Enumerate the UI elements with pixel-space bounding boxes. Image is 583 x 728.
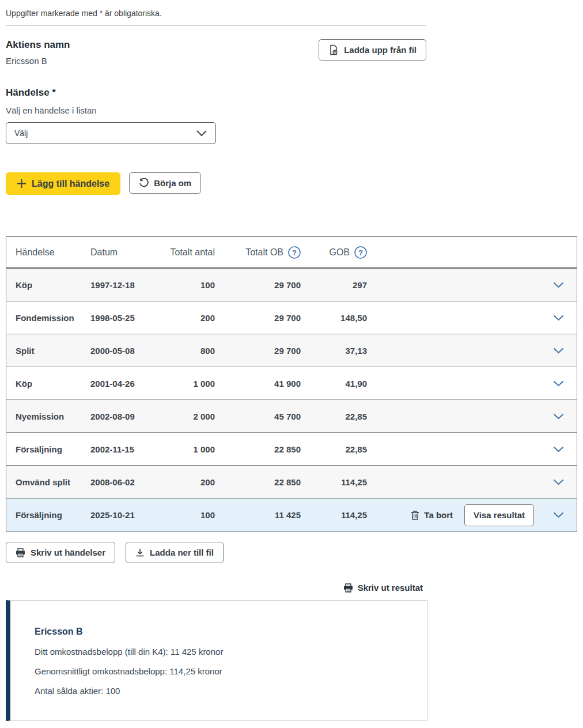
cell-gob: 37,13 (301, 346, 367, 356)
chevron-down-icon (196, 130, 207, 137)
cell-event: Försäljning (16, 444, 90, 454)
expand-row-button[interactable] (551, 280, 566, 291)
cell-total: 800 (148, 346, 215, 356)
table-row[interactable]: Försäljning 2025-10-21 100 11 425 114,25… (6, 499, 577, 531)
cell-date: 2002-11-15 (90, 444, 148, 454)
expand-row-button[interactable] (551, 444, 566, 455)
cell-event: Split (16, 346, 90, 356)
table-row[interactable]: Försäljning 2002-11-15 1 000 22 850 22,8… (6, 433, 577, 466)
cell-event: Köp (16, 280, 90, 290)
show-result-button[interactable]: Visa resultat (464, 504, 534, 526)
svg-text:?: ? (358, 248, 363, 257)
result-print-row: Skriv ut resultat (6, 583, 427, 593)
cell-total-ob: 11 425 (215, 510, 301, 520)
chevron-down-icon (553, 315, 564, 321)
table-row[interactable]: Köp 2001-04-26 1 000 41 900 41,90 (6, 367, 577, 400)
header-gob: GOB ? (301, 246, 367, 259)
table-row[interactable]: Fondemission 1998-05-25 200 29 700 148,5… (6, 301, 577, 334)
delete-row-button[interactable]: Ta bort (411, 510, 453, 520)
chevron-down-icon (553, 512, 564, 518)
header-total: Totalt antal (148, 247, 215, 258)
cell-total-ob: 29 700 (215, 280, 301, 290)
expand-row-button[interactable] (551, 378, 566, 389)
print-result-label: Skriv ut resultat (358, 583, 423, 593)
cell-gob: 297 (301, 280, 367, 290)
event-help-text: Välj en händelse i listan (6, 105, 576, 115)
header-total-ob: Totalt OB ? (215, 246, 301, 259)
print-events-button[interactable]: Skriv ut händelser (6, 542, 115, 563)
svg-text:?: ? (292, 248, 297, 257)
cell-gob: 22,85 (301, 412, 367, 421)
header-event: Händelse (16, 247, 90, 258)
plus-icon (17, 179, 26, 188)
stock-name-value: Ericsson B (6, 56, 70, 66)
upload-from-file-button[interactable]: Ladda upp från fil (319, 39, 426, 61)
table-row[interactable]: Köp 1997-12-18 100 29 700 297 (6, 269, 577, 301)
add-event-label: Lägg till händelse (32, 179, 109, 189)
chevron-down-icon (553, 348, 564, 354)
cell-total: 100 (148, 280, 215, 290)
event-label: Händelse * (6, 87, 576, 99)
cell-gob: 114,25 (301, 510, 367, 520)
download-file-label: Ladda ner till fil (150, 548, 214, 557)
cell-total: 2 000 (148, 412, 215, 421)
cell-total-ob: 45 700 (215, 412, 301, 421)
expand-row-button[interactable] (551, 411, 566, 422)
cell-total-ob: 29 700 (215, 313, 301, 323)
help-question-icon[interactable]: ? (354, 246, 367, 259)
printer-icon (16, 548, 25, 557)
cell-total: 200 (148, 477, 215, 487)
print-result-button[interactable]: Skriv ut resultat (343, 583, 423, 593)
reset-button[interactable]: Börja om (129, 172, 201, 194)
cell-gob: 148,50 (301, 313, 367, 323)
help-question-icon[interactable]: ? (288, 246, 301, 259)
cell-total-ob: 22 850 (215, 444, 301, 454)
cell-event: Försäljning (16, 510, 90, 520)
event-select-value: Välj (14, 129, 28, 138)
header-date: Datum (90, 247, 148, 258)
cell-date: 2025-10-21 (90, 510, 148, 520)
table-row[interactable]: Omvänd split 2008-06-02 200 22 850 114,2… (6, 466, 577, 499)
stock-info: Aktiens namn Ericsson B (6, 39, 70, 66)
add-event-button[interactable]: Lägg till händelse (6, 172, 120, 195)
expand-row-button[interactable] (551, 477, 566, 488)
table-header: Händelse Datum Totalt antal Totalt OB ? … (6, 237, 577, 269)
download-icon (135, 548, 145, 557)
chevron-down-icon (553, 413, 564, 420)
table-row[interactable]: Split 2000-05-08 800 29 700 37,13 (6, 334, 577, 367)
undo-icon (139, 178, 149, 188)
cell-total-ob: 29 700 (215, 346, 301, 356)
upload-button-label: Ladda upp från fil (344, 45, 417, 55)
file-upload-icon (328, 44, 339, 55)
cell-gob: 41,90 (301, 379, 367, 388)
event-select[interactable]: Välj (6, 122, 216, 144)
cell-date: 1997-12-18 (90, 280, 148, 290)
cell-event: Fondemission (16, 313, 90, 323)
download-file-button[interactable]: Ladda ner till fil (126, 542, 224, 563)
cell-event: Omvänd split (16, 477, 90, 487)
cell-total: 1 000 (148, 379, 215, 388)
table-row[interactable]: Nyemission 2002-08-09 2 000 45 700 22,85 (6, 400, 577, 433)
cell-total: 100 (148, 510, 215, 520)
cell-gob: 114,25 (301, 477, 367, 487)
table-body: Köp 1997-12-18 100 29 700 297 Fondemissi… (6, 269, 577, 531)
table-buttons: Skriv ut händelser Ladda ner till fil (6, 542, 576, 563)
cell-date: 2001-04-26 (90, 379, 148, 388)
cell-date: 1998-05-25 (90, 313, 148, 323)
stock-name-label: Aktiens namn (6, 39, 70, 51)
expand-row-button[interactable] (551, 312, 566, 323)
chevron-down-icon (553, 282, 564, 288)
chevron-down-icon (553, 446, 564, 452)
reset-button-label: Börja om (154, 178, 191, 188)
cell-total: 200 (148, 313, 215, 323)
cell-total: 1 000 (148, 444, 215, 454)
cell-event: Köp (16, 379, 90, 388)
delete-row-label: Ta bort (424, 510, 453, 520)
row-actions: Ta bort Visa resultat (367, 504, 547, 526)
expand-row-button[interactable] (551, 345, 566, 356)
printer-icon (343, 583, 353, 593)
required-fields-note: Uppgifter markerade med * är obligatoris… (6, 9, 576, 18)
cell-date: 2000-05-08 (90, 346, 148, 356)
expand-row-button[interactable] (551, 510, 566, 520)
chevron-down-icon (553, 380, 564, 387)
